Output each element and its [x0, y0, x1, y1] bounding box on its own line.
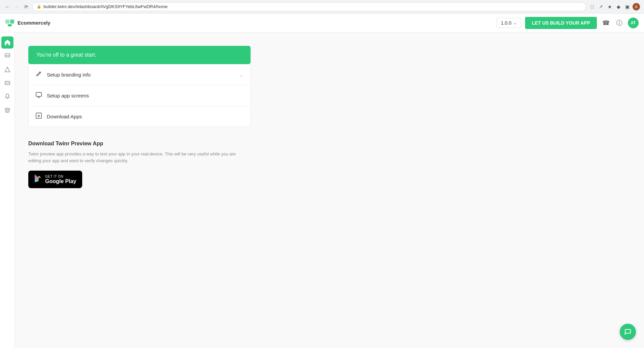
google-play-button[interactable]: GET IT ON Google Play	[28, 171, 82, 188]
sidebar-item-home[interactable]	[1, 36, 13, 49]
download-section: Download Twinr Preview App Twinr preview…	[28, 141, 251, 188]
content-area: You're off to a great start. Setup brand…	[15, 32, 644, 348]
browser-addressbar[interactable]: 🔒 builder.twinr.dev/#dashboard/AVgDKS9YF…	[32, 2, 586, 11]
browser-share-btn[interactable]: ↗	[598, 3, 604, 10]
setup-item-download-label: Download Apps	[47, 114, 244, 119]
browser-cast-btn[interactable]: □	[589, 3, 595, 10]
download-title: Download Twinr Preview App	[28, 141, 251, 147]
svg-rect-2	[8, 24, 12, 26]
build-app-button[interactable]: LET US BUILD YOUR APP	[525, 17, 597, 29]
play-store-icon	[34, 174, 42, 185]
sidebar-item-layers[interactable]	[1, 104, 13, 116]
sidebar-item-notifications[interactable]	[1, 90, 13, 103]
app-wrapper: Ecommercely 1.0.0 ⌄ LET US BUILD YOUR AP…	[0, 13, 644, 348]
chat-fab-button[interactable]	[620, 324, 636, 340]
bell-icon	[4, 93, 10, 99]
download-description: Twinr preview app provides a way to test…	[28, 151, 237, 164]
components-icon	[4, 80, 10, 86]
setup-item-screens-label: Setup app screens	[47, 93, 244, 98]
setup-item-branding[interactable]: Setup branding info ⌄	[29, 64, 250, 85]
logo-icon	[5, 20, 15, 26]
sidebar	[0, 32, 15, 348]
browser-back-btn[interactable]: ←	[4, 3, 11, 10]
green-banner: You're off to a great start.	[28, 46, 251, 64]
app-name: Ecommercely	[18, 20, 51, 26]
phone-icon-btn[interactable]: ☎	[601, 18, 611, 28]
browser-actions: □ ↗ ★ ◆ ▣ A	[589, 3, 640, 10]
sidebar-item-shapes[interactable]	[1, 63, 13, 76]
top-nav: Ecommercely 1.0.0 ⌄ LET US BUILD YOUR AP…	[0, 13, 644, 32]
svg-rect-8	[36, 92, 41, 96]
url-text: builder.twinr.dev/#dashboard/AVgDKS9YFYe…	[43, 4, 168, 9]
version-selector[interactable]: 1.0.0 ⌄	[496, 18, 521, 28]
browser-sidebar-btn[interactable]: ▣	[624, 3, 631, 10]
browser-forward-btn[interactable]: →	[13, 3, 20, 10]
google-play-label: Google Play	[45, 178, 76, 184]
shapes-icon	[4, 66, 10, 72]
version-chevron-icon: ⌄	[513, 21, 517, 25]
browser-bookmark-btn[interactable]: ★	[606, 3, 613, 10]
sidebar-item-components[interactable]	[1, 77, 13, 89]
setup-item-branding-label: Setup branding info	[47, 72, 235, 78]
browser-profile-avatar[interactable]: A	[633, 3, 640, 10]
setup-list: Setup branding info ⌄ Setup app screens	[28, 64, 251, 127]
browser-extension-btn[interactable]: ◆	[615, 3, 622, 10]
get-it-on-text: GET IT ON	[45, 175, 76, 178]
svg-rect-1	[10, 20, 14, 24]
google-play-text-block: GET IT ON Google Play	[45, 175, 76, 184]
banner-text: You're off to a great start.	[36, 52, 96, 58]
browser-chrome: ← → ⟳ 🔒 builder.twinr.dev/#dashboard/AVg…	[0, 0, 644, 13]
browser-reload-btn[interactable]: ⟳	[23, 3, 30, 10]
lock-icon: 🔒	[37, 4, 41, 9]
app-logo: Ecommercely	[5, 20, 51, 26]
branding-chevron-icon: ⌄	[239, 72, 244, 78]
layers-icon	[4, 107, 10, 113]
svg-rect-0	[5, 20, 9, 24]
download-icon	[35, 112, 42, 121]
main-area: You're off to a great start. Setup brand…	[0, 32, 644, 348]
setup-item-download[interactable]: Download Apps	[29, 106, 250, 127]
setup-item-screens[interactable]: Setup app screens	[29, 85, 250, 106]
screens-icon	[35, 91, 42, 100]
help-icon-btn[interactable]: ⓘ	[615, 18, 624, 28]
version-text: 1.0.0	[501, 20, 511, 26]
svg-rect-3	[5, 54, 10, 57]
svg-marker-5	[5, 67, 10, 72]
sidebar-item-layouts[interactable]	[1, 50, 13, 62]
user-avatar-btn[interactable]: AT	[628, 18, 639, 28]
chat-icon	[624, 328, 632, 336]
layouts-icon	[4, 53, 10, 59]
branding-icon	[35, 70, 42, 79]
home-icon	[4, 39, 11, 46]
